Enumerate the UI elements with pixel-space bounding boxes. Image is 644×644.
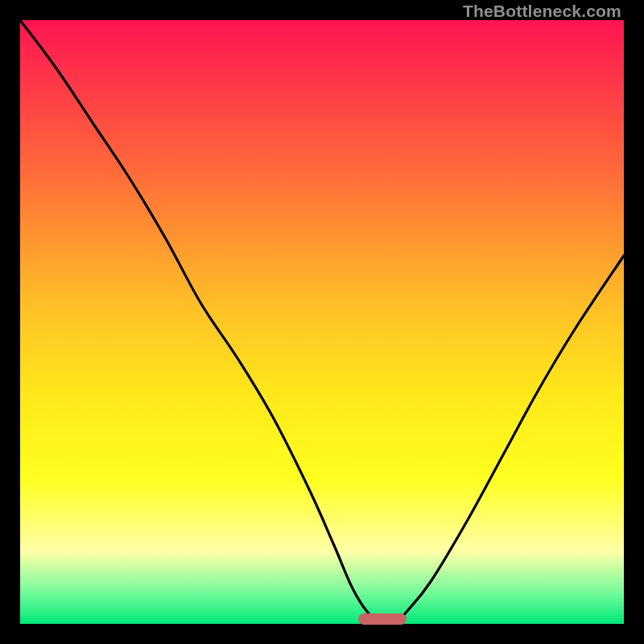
outer-frame: TheBottleneck.com [0, 0, 644, 644]
optimal-marker [358, 613, 407, 625]
watermark-text: TheBottleneck.com [463, 2, 621, 21]
plot-area [20, 20, 624, 624]
bottleneck-curve [20, 20, 624, 624]
